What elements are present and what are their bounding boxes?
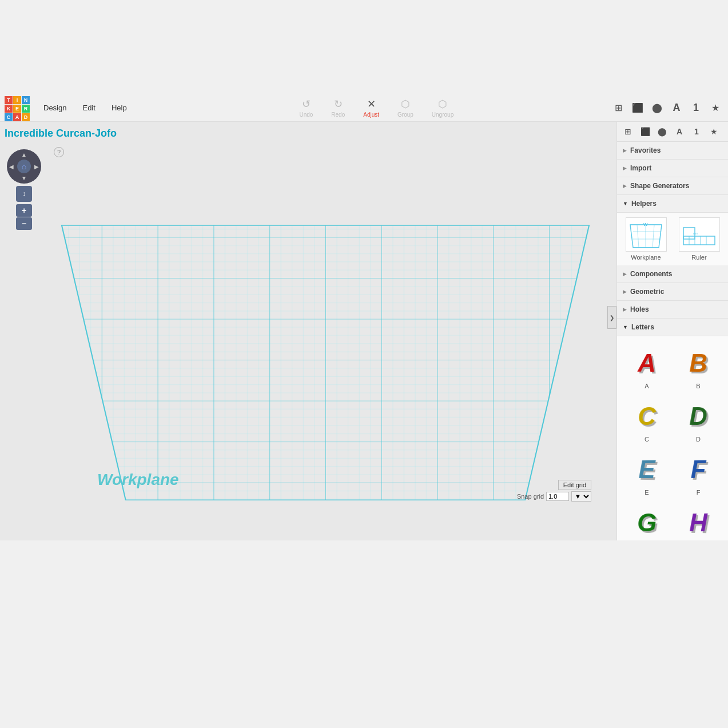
adjust-button[interactable]: ✕ Adjust [360,97,383,119]
holes-section-header[interactable]: ▶ Holes [617,301,728,319]
letter-a-shape: A [627,344,667,382]
help-icon[interactable]: ? [54,147,64,157]
nav-menu: Design Edit Help [37,100,134,116]
sphere-view-button[interactable]: ⬤ [649,100,665,116]
components-section-header[interactable]: ▶ Components [617,265,728,283]
panel-star-icon[interactable]: ★ [706,124,721,139]
letter-g-shape: G [627,503,667,540]
panel-toolbar: ⊞ ⬛ ⬤ A 1 ★ [617,122,728,142]
components-title: Components [630,270,672,278]
letter-b-shape: B [679,344,719,382]
project-title[interactable]: Incredible Curcan-Jofo [5,126,612,141]
workplane-helper-img: W [626,217,667,252]
letter-a-label: A [645,383,649,389]
workplane-helper[interactable]: W Workplane [622,217,670,261]
design-menu[interactable]: Design [37,100,73,116]
letter-f-shape: F [679,450,719,488]
box-view-button[interactable]: ⬛ [630,100,646,116]
nav-down: ▼ [21,175,27,181]
ungroup-button[interactable]: ⬡ Ungroup [428,97,457,119]
shape-generators-title: Shape Generators [630,182,689,190]
letter-b-label: B [696,383,700,389]
letter-e-shape: E [627,450,667,488]
nav-up: ▲ [21,152,27,158]
import-section-header[interactable]: ▶ Import [617,160,728,177]
geometric-title: Geometric [630,288,664,296]
letter-e-label: E [645,489,649,496]
helpers-section-header[interactable]: ▼ Helpers [617,195,728,213]
ungroup-icon: ⬡ [438,98,447,110]
edit-menu[interactable]: Edit [75,100,102,116]
import-title: Import [630,164,651,172]
workplane-helper-label: Workplane [631,254,661,261]
letter-c-item[interactable]: C C [623,395,671,445]
geometric-section-header[interactable]: ▶ Geometric [617,283,728,301]
number-view-button[interactable]: 1 [688,100,704,116]
components-arrow: ▶ [623,271,627,277]
helpers-grid: W Workplane [622,217,723,261]
letters-title: Letters [631,323,654,331]
letter-b-item[interactable]: B B [674,342,722,392]
shape-generators-section-header[interactable]: ▶ Shape Generators [617,177,728,195]
shape-generators-arrow: ▶ [623,183,627,189]
workplane-grid [46,196,605,518]
toolbar-right: ⊞ ⬛ ⬤ A 1 ★ [610,100,723,116]
panel-text-icon[interactable]: A [672,124,687,139]
group-button[interactable]: ⬡ Group [394,97,417,119]
redo-button[interactable]: ↻ Redo [328,97,348,119]
snap-unit-select[interactable]: ▼ [571,491,591,502]
tinkercad-logo[interactable]: TINKERCAD [5,96,29,120]
undo-icon: ↺ [302,98,311,110]
svg-text:mm: mm [693,232,698,235]
snap-value-input[interactable] [546,492,569,501]
group-icon: ⬡ [401,98,410,110]
panel-grid-icon[interactable]: ⊞ [620,124,635,139]
panel-number-icon[interactable]: 1 [689,124,704,139]
text-view-button[interactable]: A [669,100,685,116]
star-view-button[interactable]: ★ [707,100,723,116]
letters-arrow: ▼ [623,324,628,330]
right-panel: ⊞ ⬛ ⬤ A 1 ★ ▶ Favorites ▶ Import ▶ Shape… [616,122,728,540]
panel-collapse-arrow[interactable]: ❯ [607,306,616,329]
orbit-control[interactable]: ▲ ▼ ◀ ▶ ⌂ [7,149,41,184]
adjust-icon: ✕ [367,98,376,110]
svg-marker-2 [630,225,662,248]
ruler-helper-label: Ruler [691,254,706,261]
favorites-title: Favorites [630,146,661,154]
svg-line-7 [653,225,654,248]
svg-text:W: W [643,222,648,227]
helpers-content: W Workplane [617,213,728,265]
letter-e-item[interactable]: E E [623,448,671,498]
help-menu[interactable]: Help [105,100,134,116]
redo-icon: ↻ [334,98,343,110]
helpers-arrow: ▼ [623,201,628,206]
svg-line-5 [637,225,639,248]
zoom-controls: + − [16,204,32,230]
favorites-section-header[interactable]: ▶ Favorites [617,142,728,160]
main-area: Incredible Curcan-Jofo ? ▲ ▼ ◀ ▶ ⌂ ↕ [0,122,728,540]
toolbar-center: ↺ Undo ↻ Redo ✕ Adjust ⬡ Group ⬡ Ungroup [143,97,610,119]
letters-grid: A A B B C C D D [619,339,726,540]
edit-grid-button[interactable]: Edit grid [558,480,591,490]
letter-d-item[interactable]: D D [674,395,722,445]
letter-g-item[interactable]: G G [623,502,671,540]
canvas-area: Incredible Curcan-Jofo ? ▲ ▼ ◀ ▶ ⌂ ↕ [0,122,616,540]
panel-sphere-icon[interactable]: ⬤ [655,124,670,139]
svg-rect-11 [683,236,715,245]
letter-h-item[interactable]: H H [674,502,722,540]
zoom-out-button[interactable]: − [16,217,32,230]
letter-a-item[interactable]: A A [623,342,671,392]
svg-marker-1 [62,225,589,500]
snap-grid-container: Snap grid ▼ [517,491,591,502]
letter-f-item[interactable]: F F [674,448,722,498]
letters-section-header[interactable]: ▼ Letters [617,319,728,336]
pan-button[interactable]: ↕ [16,186,32,202]
panel-box-icon[interactable]: ⬛ [638,124,653,139]
import-arrow: ▶ [623,165,627,171]
holes-arrow: ▶ [623,307,627,312]
grid-view-button[interactable]: ⊞ [610,100,626,116]
ruler-helper[interactable]: mm Ruler [675,217,723,261]
undo-button[interactable]: ↺ Undo [296,97,316,119]
letter-c-label: C [645,436,649,443]
zoom-in-button[interactable]: + [16,204,32,217]
